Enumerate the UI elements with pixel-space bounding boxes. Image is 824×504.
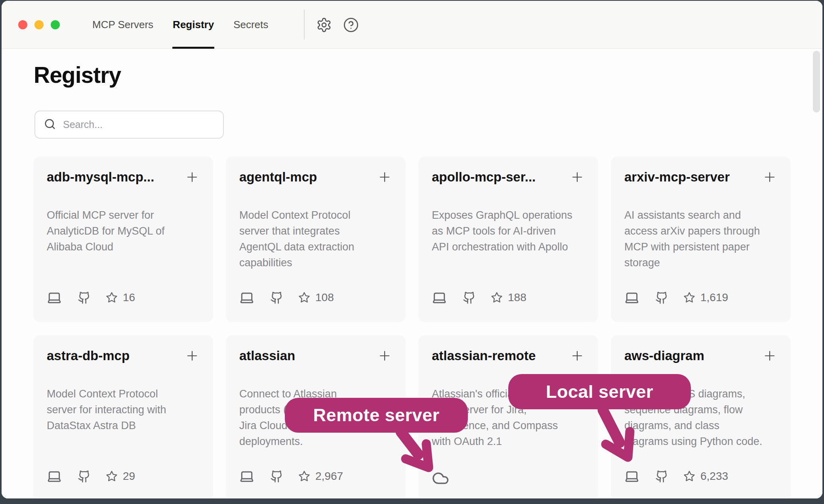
- card-footer: 16: [47, 289, 200, 306]
- add-server-button[interactable]: [377, 170, 392, 185]
- server-name: adb-mysql-mcp...: [47, 168, 154, 186]
- github-icon: [270, 291, 283, 304]
- server-card[interactable]: apollo-mcp-ser... Exposes GraphQL operat…: [418, 157, 598, 322]
- server-card[interactable]: astra-db-mcp Model Context Protocol serv…: [33, 335, 213, 498]
- server-card[interactable]: agentql-mcp Model Context Protocol serve…: [226, 157, 406, 322]
- laptop-icon: [239, 290, 254, 305]
- plus-icon: [377, 359, 392, 365]
- star-count: 1,619: [700, 291, 728, 304]
- plus-icon: [185, 180, 200, 186]
- card-header: apollo-mcp-ser...: [432, 168, 585, 186]
- plus-icon: [762, 359, 777, 365]
- traffic-lights: [18, 20, 60, 29]
- card-footer: 188: [432, 289, 585, 306]
- server-card[interactable]: arxiv-mcp-server AI assistants search an…: [611, 157, 791, 322]
- registry-page: Registry adb-mysql-mcp... Official MCP s…: [2, 49, 822, 498]
- server-card[interactable]: atlassian-remote Atlassian's official MC…: [418, 335, 598, 498]
- server-card-grid: adb-mysql-mcp... Official MCP server for…: [33, 157, 791, 498]
- server-description: Model Context Protocol server that integ…: [239, 207, 392, 271]
- server-description: Generate AWS diagrams, sequence diagrams…: [624, 386, 777, 449]
- github-stars: 188: [491, 291, 526, 304]
- cloud-icon: [432, 466, 449, 487]
- server-name: agentql-mcp: [239, 168, 317, 186]
- card-header: adb-mysql-mcp...: [47, 168, 200, 186]
- laptop-icon: [624, 290, 639, 305]
- star-icon: [106, 292, 118, 304]
- server-name: apollo-mcp-ser...: [432, 168, 536, 186]
- close-window-button[interactable]: [18, 20, 27, 29]
- server-description: AI assistants search and access arXiv pa…: [624, 207, 777, 271]
- desktop: { "topbar": { "tabs": [ { "label": "MCP …: [0, 0, 824, 504]
- server-name: arxiv-mcp-server: [624, 168, 730, 186]
- server-card[interactable]: adb-mysql-mcp... Official MCP server for…: [33, 157, 213, 322]
- add-server-button[interactable]: [185, 348, 200, 363]
- tab-mcp-servers[interactable]: MCP Servers: [92, 1, 153, 49]
- card-header: astra-db-mcp: [47, 347, 200, 365]
- settings-button[interactable]: [316, 17, 332, 33]
- server-description: Connect to Atlassian products (Confluenc…: [239, 386, 392, 449]
- laptop-icon: [239, 469, 254, 484]
- page-title: Registry: [34, 62, 121, 88]
- add-server-button[interactable]: [377, 348, 392, 363]
- github-icon: [655, 470, 668, 483]
- star-count: 188: [508, 291, 526, 304]
- star-count: 2,967: [315, 470, 343, 483]
- server-card[interactable]: atlassian Connect to Atlassian products …: [226, 335, 406, 498]
- star-icon: [298, 470, 310, 482]
- tab-registry[interactable]: Registry: [173, 1, 214, 49]
- add-server-button[interactable]: [570, 170, 585, 185]
- search-box[interactable]: [34, 111, 224, 139]
- github-stars: 2,967: [298, 470, 343, 483]
- server-name: aws-diagram: [624, 347, 704, 365]
- plus-icon: [570, 180, 585, 186]
- add-server-button[interactable]: [762, 348, 777, 363]
- star-icon: [683, 470, 695, 482]
- tab-secrets[interactable]: Secrets: [233, 1, 268, 49]
- card-footer: 29: [47, 468, 200, 485]
- server-name: astra-db-mcp: [47, 347, 130, 365]
- star-count: 16: [123, 291, 135, 304]
- github-stars: 29: [106, 470, 135, 483]
- card-header: atlassian: [239, 347, 392, 365]
- search-input[interactable]: [63, 119, 214, 130]
- card-footer: 108: [239, 289, 392, 306]
- server-description: Exposes GraphQL operations as MCP tools …: [432, 207, 585, 255]
- star-icon: [491, 292, 503, 304]
- server-description: Atlassian's official MCP server for Jira…: [432, 386, 585, 449]
- laptop-icon: [432, 290, 447, 305]
- zoom-window-button[interactable]: [51, 20, 60, 29]
- plus-icon: [377, 180, 392, 186]
- add-server-button[interactable]: [762, 170, 777, 185]
- scrollbar-thumb[interactable]: [813, 51, 820, 113]
- star-count: 6,233: [700, 470, 728, 483]
- github-icon: [463, 291, 476, 304]
- laptop-icon: [47, 469, 62, 484]
- github-icon: [78, 291, 91, 304]
- card-header: atlassian-remote: [432, 347, 585, 365]
- minimize-window-button[interactable]: [34, 20, 44, 29]
- card-header: agentql-mcp: [239, 168, 392, 186]
- github-stars: 108: [298, 291, 334, 304]
- help-icon: [343, 28, 359, 34]
- toolbar-divider: [304, 10, 305, 40]
- add-server-button[interactable]: [185, 170, 200, 185]
- add-server-button[interactable]: [570, 348, 585, 363]
- star-count: 29: [123, 470, 135, 483]
- card-footer: 1,619: [624, 289, 777, 306]
- github-icon: [270, 470, 283, 483]
- card-footer: 6,233: [624, 468, 777, 485]
- github-stars: 6,233: [683, 470, 728, 483]
- server-card[interactable]: aws-diagram Generate AWS diagrams, seque…: [611, 335, 791, 498]
- plus-icon: [762, 180, 777, 186]
- card-footer: 2,967: [239, 468, 392, 485]
- laptop-icon: [47, 290, 62, 305]
- card-footer: [432, 468, 585, 485]
- laptop-icon: [624, 469, 639, 484]
- server-name: atlassian-remote: [432, 347, 536, 365]
- server-description: Official MCP server for AnalyticDB for M…: [47, 207, 200, 255]
- server-name: atlassian: [239, 347, 295, 365]
- github-icon: [655, 291, 668, 304]
- plus-icon: [185, 359, 200, 365]
- help-button[interactable]: [343, 17, 359, 33]
- main-tabs: MCP ServersRegistrySecrets: [92, 1, 268, 49]
